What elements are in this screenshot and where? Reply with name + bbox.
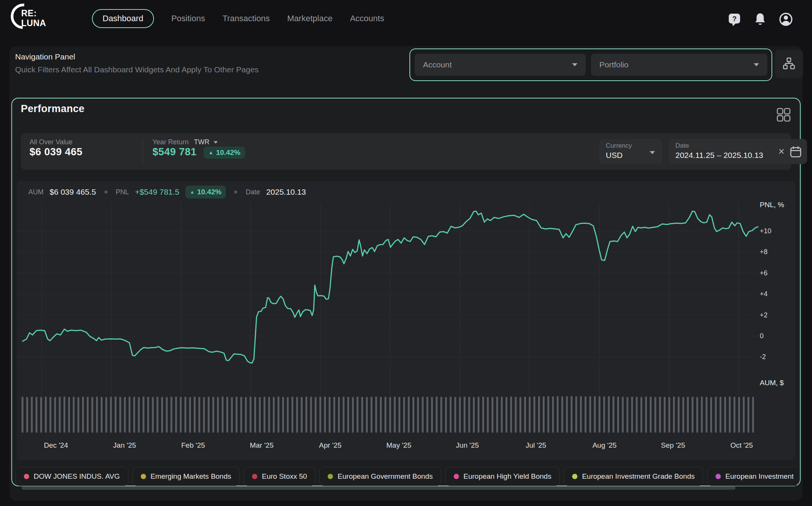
y-tick-label: -2 [760, 353, 766, 361]
year-return-value: $549 781 [152, 146, 197, 158]
portfolio-select-placeholder: Portfolio [599, 60, 628, 69]
y-tick-label: +4 [760, 290, 768, 298]
y-tick-label: +10 [760, 227, 772, 235]
legend-chip[interactable]: Emerging Markets Bonds [132, 467, 240, 486]
hierarchy-icon [782, 57, 796, 71]
legend-label: European Investment [725, 472, 794, 481]
account-select-placeholder: Account [423, 60, 452, 69]
x-tick-label: Jan '25 [113, 441, 136, 450]
dot-separator [104, 191, 107, 194]
chart-info-row: AUM $6 039 465.5 PNL +$549 781.5 ▲ 10.42… [28, 186, 306, 198]
account-select[interactable]: Account [415, 54, 586, 76]
pnl-label: PNL [116, 188, 129, 196]
return-mode-dropdown[interactable]: TWR [194, 138, 218, 146]
clear-date-icon[interactable]: × [778, 147, 784, 157]
grid-icon [776, 107, 792, 123]
nav-item-transactions[interactable]: Transactions [222, 14, 270, 23]
logo-text: RE: LUNA [21, 8, 46, 28]
help-icon[interactable]: ? [726, 11, 742, 27]
benchmark-legend: DOW JONES INDUS. AVGEmerging Markets Bon… [16, 467, 796, 487]
year-return-label: Year Return [152, 138, 188, 146]
x-tick-label: Jun '25 [456, 441, 479, 450]
x-tick-label: Mar '25 [250, 441, 274, 450]
app-root: RE: LUNA DashboardPositionsTransactionsM… [0, 0, 812, 506]
main-nav: DashboardPositionsTransactionsMarketplac… [92, 9, 384, 28]
arrow-up-icon: ▲ [190, 189, 194, 195]
legend-label: European Government Bonds [338, 472, 432, 481]
year-return-pct-badge: ▲ 10.42% [204, 147, 245, 159]
x-tick-label: Oct '25 [730, 441, 753, 450]
chevron-down-icon [214, 141, 218, 143]
legend-dot-icon [454, 474, 459, 479]
chevron-down-icon [650, 151, 655, 154]
performance-stats-bar: All Over Value $6 039 465 Year Return TW… [21, 133, 791, 170]
legend-label: Emerging Markets Bonds [151, 472, 231, 481]
chevron-down-icon [572, 63, 577, 66]
profile-avatar-icon[interactable] [778, 11, 794, 27]
pnl-pct: 10.42% [197, 188, 221, 196]
reluna-logo[interactable]: RE: LUNA [8, 2, 42, 37]
legend-dot-icon [716, 474, 721, 479]
x-tick-label: Feb '25 [181, 441, 205, 450]
portfolio-select[interactable]: Portfolio [591, 54, 767, 76]
year-return-block: Year Return TWR $549 781 ▲ 10.42% [152, 138, 245, 159]
y-tick-label: +8 [760, 248, 768, 256]
y-tick-label: 0 [760, 332, 764, 340]
navigation-panel-title: Navigation Panel [15, 52, 75, 61]
x-tick-label: Aug '25 [593, 441, 617, 450]
hierarchy-view-button[interactable] [775, 50, 803, 78]
notifications-icon[interactable] [752, 11, 768, 27]
calendar-icon[interactable] [789, 145, 803, 160]
nav-item-dashboard[interactable]: Dashboard [92, 9, 154, 28]
legend-chip[interactable]: Euro Stoxx 50 [244, 467, 315, 486]
pnl-axis-label: PNL, % [760, 201, 784, 209]
currency-dropdown[interactable]: Currency USD [599, 139, 663, 164]
info-date-value: 2025.10.13 [266, 187, 306, 197]
date-range-field[interactable]: Date 2024.11.25 – 2025.10.13 × [669, 139, 807, 164]
nav-item-marketplace[interactable]: Marketplace [287, 14, 333, 23]
legend-chip[interactable]: European Government Bonds [319, 467, 441, 486]
legend-dot-icon [328, 474, 333, 479]
legend-dot-icon [141, 474, 146, 479]
all-over-value: $6 039 465 [30, 146, 82, 158]
aum-value: $6 039 465.5 [50, 187, 96, 197]
info-date-label: Date [246, 188, 260, 196]
legend-dot-icon [24, 474, 29, 479]
currency-label: Currency [606, 142, 656, 150]
pnl-pct-badge: ▲ 10.42% [185, 186, 226, 198]
legend-label: Euro Stoxx 50 [262, 472, 307, 481]
legend-dot-icon [252, 474, 257, 479]
x-tick-label: May '25 [386, 441, 411, 450]
aum-label: AUM [28, 188, 44, 196]
currency-value: USD [606, 151, 656, 160]
nav-item-positions[interactable]: Positions [171, 14, 205, 23]
navigation-panel-subtitle: Quick Filters Affect All Dashboard Widge… [15, 65, 259, 74]
legend-label: DOW JONES INDUS. AVG [34, 472, 120, 481]
legend-chip[interactable]: European Investment [707, 467, 796, 486]
divider [143, 139, 143, 164]
widget-layout-button[interactable] [776, 107, 792, 123]
return-mode-value: TWR [194, 138, 209, 146]
pnl-value: +$549 781.5 [135, 187, 179, 197]
y-tick-label: +2 [760, 311, 768, 319]
legend-chip[interactable]: European High Yield Bonds [445, 467, 560, 486]
legend-chip[interactable]: European Investment Grade Bonds [564, 467, 703, 486]
x-tick-label: Dec '24 [44, 441, 68, 450]
performance-chart-panel: AUM $6 039 465.5 PNL +$549 781.5 ▲ 10.42… [17, 181, 795, 460]
legend-chip[interactable]: DOW JONES INDUS. AVG [16, 467, 128, 486]
dot-separator [234, 191, 237, 194]
performance-title: Performance [21, 103, 84, 115]
aum-axis-label: AUM, $ [760, 379, 784, 387]
legend-dot-icon [572, 474, 577, 479]
legend-label: European Investment Grade Bonds [582, 472, 695, 481]
svg-text:?: ? [732, 15, 737, 23]
x-tick-label: Sep '25 [661, 441, 685, 450]
nav-item-accounts[interactable]: Accounts [350, 14, 384, 23]
all-over-value-block: All Over Value $6 039 465 [30, 138, 82, 158]
y-tick-label: +6 [760, 269, 768, 277]
chevron-down-icon [754, 63, 759, 66]
x-tick-label: Apr '25 [319, 441, 342, 450]
pnl-aum-chart[interactable] [17, 181, 795, 460]
horizontal-scrollbar[interactable] [22, 486, 736, 490]
legend-label: European High Yield Bonds [464, 472, 551, 481]
